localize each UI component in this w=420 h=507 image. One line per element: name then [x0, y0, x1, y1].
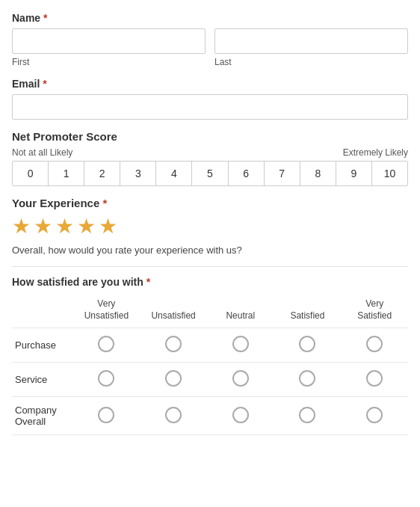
star-3[interactable]: ★: [55, 214, 74, 239]
email-input[interactable]: [12, 94, 408, 120]
sat-row-label: CompanyOverall: [12, 397, 73, 435]
name-inputs-row: First Last: [12, 28, 408, 67]
nps-button-5[interactable]: 5: [192, 162, 228, 185]
radio-company-overall-1[interactable]: [165, 407, 182, 423]
nps-button-0[interactable]: 0: [13, 162, 49, 185]
experience-description: Overall, how would you rate your experie…: [12, 245, 408, 256]
email-field-group: Email *: [12, 78, 408, 120]
nps-title: Net Promoter Score: [12, 130, 408, 143]
radio-company-overall-0[interactable]: [98, 407, 114, 423]
first-name-input[interactable]: [12, 28, 206, 54]
first-name-col: First: [12, 28, 206, 67]
name-required-marker: *: [43, 12, 47, 24]
satisfaction-section: How satisfied are you with * VeryUnsatis…: [12, 266, 408, 435]
star-5[interactable]: ★: [99, 214, 117, 239]
radio-purchase-1[interactable]: [165, 336, 182, 352]
email-required-marker: *: [43, 78, 46, 90]
sat-col-very-unsatisfied: VeryUnsatisfied: [73, 295, 140, 328]
email-label-text: Email: [12, 78, 40, 90]
satisfaction-table: VeryUnsatisfiedUnsatisfiedNeutralSatisfi…: [12, 295, 408, 435]
nps-button-8[interactable]: 8: [300, 162, 336, 185]
sat-col-satisfied: Satisfied: [274, 295, 342, 328]
radio-service-1[interactable]: [165, 370, 182, 387]
nps-button-4[interactable]: 4: [156, 162, 192, 185]
sat-row-company-overall: CompanyOverall: [12, 397, 408, 435]
satisfaction-title: How satisfied are you with *: [12, 276, 408, 288]
star-4[interactable]: ★: [77, 214, 96, 239]
sat-row-purchase: Purchase: [12, 328, 408, 363]
nps-section: Net Promoter Score Not at all Likely Ext…: [12, 130, 408, 186]
nps-not-likely: Not at all Likely: [12, 147, 72, 158]
star-1[interactable]: ★: [12, 214, 31, 239]
nps-extremely-likely: Extremely Likely: [343, 147, 408, 158]
radio-purchase-0[interactable]: [98, 336, 114, 352]
name-label: Name *: [12, 12, 408, 24]
first-name-label: First: [12, 57, 206, 67]
sat-row-service: Service: [12, 363, 408, 397]
sat-col-unsatisfied: Unsatisfied: [140, 295, 207, 328]
radio-company-overall-4[interactable]: [366, 407, 383, 423]
sat-header-empty: [12, 295, 73, 328]
radio-purchase-2[interactable]: [232, 336, 249, 352]
nps-button-1[interactable]: 1: [49, 162, 84, 185]
name-label-text: Name: [12, 12, 40, 24]
nps-button-9[interactable]: 9: [336, 162, 372, 185]
nps-button-10[interactable]: 10: [372, 162, 407, 185]
last-name-input[interactable]: [214, 28, 408, 54]
sat-col-neutral: Neutral: [207, 295, 274, 328]
sat-row-label: Service: [12, 363, 73, 397]
last-name-label: Last: [214, 57, 408, 67]
sat-col-very-satisfied: VerySatisfied: [341, 295, 408, 328]
radio-service-4[interactable]: [366, 370, 383, 387]
nps-button-3[interactable]: 3: [120, 162, 156, 185]
radio-purchase-3[interactable]: [299, 336, 315, 352]
radio-service-0[interactable]: [98, 370, 114, 387]
radio-service-2[interactable]: [232, 370, 249, 387]
star-2[interactable]: ★: [34, 214, 52, 239]
nps-button-2[interactable]: 2: [84, 162, 120, 185]
nps-buttons-row: 012345678910: [12, 161, 408, 186]
nps-button-7[interactable]: 7: [265, 162, 300, 185]
last-name-col: Last: [214, 28, 408, 67]
stars-row[interactable]: ★★★★★: [12, 214, 408, 239]
name-field-group: Name * First Last: [12, 12, 408, 67]
email-label: Email *: [12, 78, 408, 90]
nps-button-6[interactable]: 6: [229, 162, 265, 185]
experience-title: Your Experience *: [12, 197, 408, 209]
radio-company-overall-2[interactable]: [232, 407, 249, 423]
experience-section: Your Experience * ★★★★★ Overall, how wou…: [12, 197, 408, 256]
satisfaction-required: *: [146, 276, 150, 288]
experience-required: *: [102, 197, 107, 209]
nps-labels: Not at all Likely Extremely Likely: [12, 147, 408, 158]
radio-purchase-4[interactable]: [366, 336, 383, 352]
radio-company-overall-3[interactable]: [299, 407, 315, 423]
sat-row-label: Purchase: [12, 328, 73, 363]
radio-service-3[interactable]: [299, 370, 315, 387]
